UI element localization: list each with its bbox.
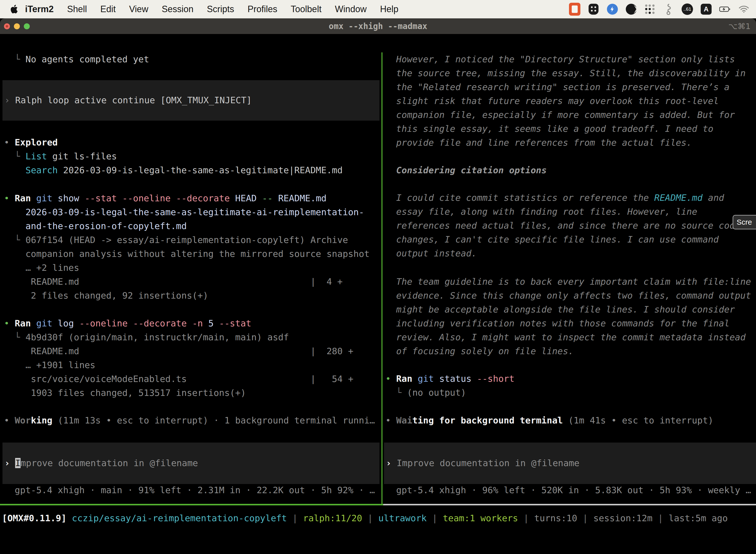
terminal-line: └ List git ls-files [4, 150, 380, 163]
terminal-line: › Ralph loop active continue [OMX_TMUX_I… [4, 93, 379, 107]
terminal-line: the source tree, missing the essay. Stil… [385, 66, 756, 80]
menu-item-edit[interactable]: Edit [93, 4, 122, 14]
window-titlebar[interactable]: omx --xhigh --madmax ⌥⌘1 [0, 18, 756, 34]
badge-61-icon[interactable]: ..61 [682, 3, 693, 15]
terminal-line: … +2 lines [4, 261, 380, 275]
terminal-line: • Ran git status --short [385, 372, 756, 386]
git-status-block: • Ran git status --short └ (no output) [385, 372, 756, 400]
prompt-input[interactable]: › Improve documentation in @filename [2, 443, 379, 484]
inject-banner: › Ralph loop active continue [OMX_TMUX_I… [2, 80, 379, 121]
terminal-line: [OMX#0.11.9] cczip/essay/ai-reimplementa… [2, 511, 728, 525]
model-status-line: gpt-5.4 xhigh · 96% left · 520K in · 5.8… [385, 483, 756, 497]
menu-status-icons: ..61 A [569, 3, 750, 15]
close-button[interactable] [4, 23, 10, 29]
wifi-icon[interactable] [738, 3, 750, 15]
no-agents-line: └ No agents completed yet [4, 52, 380, 66]
terminal-line: I could cite commit statistics or refere… [385, 191, 756, 205]
working-status-line: • Working (11m 13s • esc to interrupt) ·… [4, 413, 380, 428]
menu-item-window[interactable]: Window [328, 4, 373, 14]
hook-icon[interactable] [663, 3, 674, 15]
menu-item-profiles[interactable]: Profiles [241, 4, 284, 14]
terminal-line: Search 2026-03-09-is-legal-the-same-as-l… [4, 163, 380, 177]
menu-item-toolbelt[interactable]: Toolbelt [284, 4, 328, 14]
terminal-line: Considering citation options [385, 163, 756, 177]
terminal-line: The team guideline is to back every impo… [385, 275, 756, 289]
terminal-line: essay file, along with finding root file… [385, 205, 756, 219]
pane-border-bottom-right [383, 504, 756, 505]
terminal-line: README.md | 4 + [4, 275, 380, 289]
menu-item-scripts[interactable]: Scripts [200, 4, 241, 14]
right-pane[interactable]: However, I noticed the "Directory Struct… [383, 52, 756, 504]
nova-badge-icon[interactable] [607, 3, 618, 15]
terminal-line: provide file and line references from th… [385, 136, 756, 150]
terminal-line: └ (no output) [385, 386, 756, 400]
terminal-line: 2 files changed, 92 insertions(+) [4, 289, 380, 302]
menu-item-session[interactable]: Session [155, 4, 200, 14]
input-source-label: A [701, 4, 712, 15]
reasoning-paragraph-1: However, I noticed the "Directory Struct… [385, 52, 756, 150]
terminal-line: review. Also, I might want to inspect th… [385, 330, 756, 344]
menu-item-shell[interactable]: Shell [60, 4, 93, 14]
git-show-block: • Ran git show --stat --oneline --decora… [4, 191, 380, 302]
terminal-line: └ No agents completed yet [4, 52, 380, 66]
window-shortcut: ⌥⌘1 [729, 18, 751, 34]
terminal-line: gpt-5.4 xhigh · main · 91% left · 2.31M … [4, 483, 380, 497]
terminal-line: 2026-03-09-is-legal-the-same-as-legitima… [4, 205, 380, 219]
menu-item-view[interactable]: View [123, 4, 155, 14]
shield-grid-icon[interactable] [588, 3, 599, 15]
terminal-line: companion analysis without altering the … [4, 247, 380, 261]
pane-border-bottom-left [0, 504, 383, 505]
terminal-line: └ 067f154 (HEAD -> essay/ai-reimplementa… [4, 233, 380, 247]
menu-bar: iTerm2ShellEditViewSessionScriptsProfile… [0, 0, 756, 18]
terminal-line: this single essay, it seems like a good … [385, 122, 756, 136]
dots-grid-icon[interactable] [644, 4, 655, 15]
terminal-line: • Waiting for background terminal (1m 41… [385, 413, 756, 428]
terminal-line: › Improve documentation in @filename [386, 456, 756, 470]
omx-status-line: [OMX#0.11.9] cczip/essay/ai-reimplementa… [2, 511, 728, 525]
reasoning-paragraph-2: I could cite commit statistics or refere… [385, 191, 756, 260]
terminal-line: └ 4b9d30f (origin/main, instructkr/main,… [4, 330, 380, 344]
battery-icon[interactable] [719, 3, 731, 15]
terminal-line: evidence. Since this change only affects… [385, 289, 756, 302]
waiting-status-line: • Waiting for background terminal (1m 41… [385, 413, 756, 428]
terminal-line: and-the-erosion-of-copyleft.md [4, 219, 380, 233]
zoom-button[interactable] [24, 23, 30, 29]
terminal-line: • Explored [4, 135, 380, 150]
terminal-line: 1903 files changed, 513517 insertions(+) [4, 386, 380, 400]
menu-item-help[interactable]: Help [373, 4, 405, 14]
git-log-block: • Ran git log --oneline --decorate -n 5 … [4, 317, 380, 400]
explored-block: • Explored └ List git ls-files Search 20… [4, 135, 380, 177]
terminal-line: … +1901 lines [4, 358, 380, 372]
terminal-line: references need actual files, and since … [385, 219, 756, 233]
pane-divider-vertical[interactable] [381, 52, 382, 504]
screen-share-tooltip: Scre [733, 215, 756, 229]
terminal-line: • Working (11m 13s • esc to interrupt) ·… [4, 413, 380, 428]
terminal-line: changes, I can't cite specific file line… [385, 233, 756, 246]
reasoning-heading: Considering citation options [385, 163, 756, 177]
terminal-line: • Ran git show --stat --oneline --decora… [4, 191, 380, 205]
terminal-line: output instead. [385, 246, 756, 260]
model-status-line: gpt-5.4 xhigh · main · 91% left · 2.31M … [4, 483, 380, 497]
input-source-icon[interactable]: A [700, 3, 712, 15]
terminal-line: of focusing solely on file lines. [385, 344, 756, 358]
window-title: omx --xhigh --madmax [329, 21, 427, 31]
apple-menu-icon[interactable] [10, 4, 18, 14]
terminal-line: companion file, especially if more comme… [385, 108, 756, 122]
terminal-line: › Improve documentation in @filename [4, 456, 379, 470]
prompt-input[interactable]: › Improve documentation in @filename [384, 443, 756, 484]
screen-record-icon[interactable] [569, 3, 580, 15]
terminal-line: including verification notes with those … [385, 317, 756, 330]
menu-items: iTerm2ShellEditViewSessionScriptsProfile… [18, 4, 405, 14]
traffic-lights [4, 18, 30, 34]
menu-item-iterm2[interactable]: iTerm2 [18, 4, 60, 14]
keyboard-maestro-icon[interactable] [626, 3, 637, 15]
left-pane[interactable]: └ No agents completed yet › Ralph loop a… [0, 52, 381, 504]
terminal-line: src/voice/voiceModeEnabled.ts | 54 + [4, 372, 380, 386]
iterm-window: omx --xhigh --madmax ⌥⌘1 └ No agents com… [0, 18, 756, 554]
badge-61-label: ..61 [682, 3, 693, 15]
terminal-content: └ No agents completed yet › Ralph loop a… [0, 34, 756, 554]
terminal-line: gpt-5.4 xhigh · 96% left · 520K in · 5.8… [385, 483, 756, 497]
minimize-button[interactable] [14, 23, 20, 29]
terminal-line: might be acceptable alongside the file l… [385, 302, 756, 317]
terminal-line: README.md | 280 + [4, 344, 380, 358]
